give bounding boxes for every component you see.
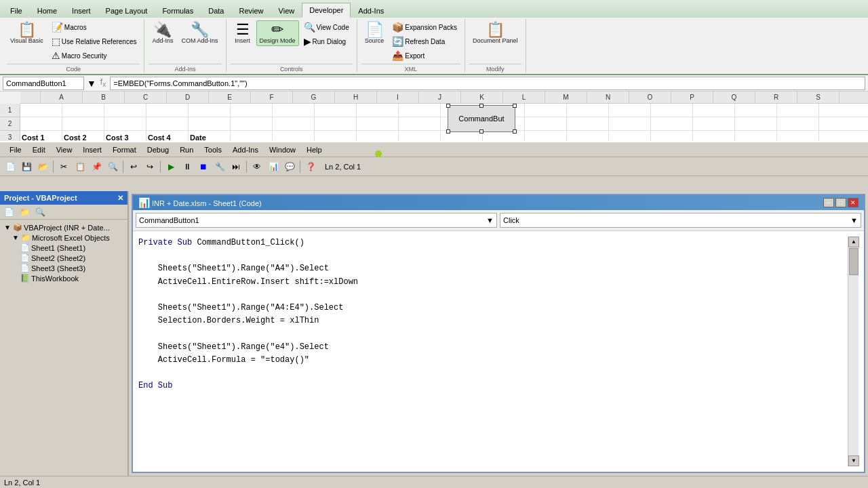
relative-refs-button[interactable]: ⬚ Use Relative References (48, 35, 140, 48)
cell-f1[interactable] (231, 104, 273, 117)
macros-button[interactable]: 📝 Macros (48, 20, 140, 34)
cell-j1[interactable] (399, 104, 441, 117)
cell-q1[interactable] (693, 104, 735, 117)
tab-page-layout[interactable]: Page Layout (98, 3, 155, 18)
cell-p1[interactable] (651, 104, 693, 117)
col-header-g[interactable]: G (293, 92, 335, 103)
vba-tool-copy[interactable]: 📋 (73, 159, 87, 174)
object-selector[interactable]: CommandButton1 ▼ (136, 213, 497, 228)
cell-d1[interactable] (146, 104, 189, 117)
refresh-data-button[interactable]: 🔄 Refresh Data (389, 35, 460, 48)
col-header-i[interactable]: I (377, 92, 419, 103)
cell-p2[interactable] (651, 117, 693, 130)
col-header-n[interactable]: N (587, 92, 629, 103)
cell-d2[interactable] (146, 117, 189, 130)
vba-tool-save[interactable]: 💾 (19, 159, 34, 174)
scrollbar-up[interactable]: ▲ (848, 237, 859, 247)
cell-h1[interactable] (315, 104, 357, 117)
cell-a2[interactable] (20, 117, 62, 130)
macro-security-button[interactable]: ⚠ Macro Security (48, 49, 140, 62)
col-header-c[interactable]: C (125, 92, 167, 103)
cell-c2[interactable] (104, 117, 146, 130)
tab-insert[interactable]: Insert (64, 3, 98, 18)
vba-tool-run[interactable]: ▶ (163, 159, 178, 174)
expansion-packs-button[interactable]: 📦 Expansion Packs (389, 20, 460, 34)
cell-g1[interactable] (273, 104, 315, 117)
vba-tool-undo[interactable]: ↩ (126, 159, 141, 174)
project-tool-3[interactable]: 🔍 (33, 205, 47, 220)
col-header-j[interactable]: J (419, 92, 461, 103)
vba-tool-locals[interactable]: 📊 (266, 159, 281, 174)
vba-menu-file[interactable]: File (4, 144, 27, 155)
col-header-d[interactable]: D (167, 92, 209, 103)
col-header-s[interactable]: S (797, 92, 840, 103)
tab-formulas[interactable]: Formulas (155, 3, 201, 18)
cell-q2[interactable] (693, 117, 735, 130)
source-button[interactable]: 📄 Source (361, 20, 388, 46)
col-header-f[interactable]: F (251, 92, 293, 103)
cell-m2[interactable] (525, 117, 567, 130)
visual-basic-button[interactable]: 📋 Visual Basic (7, 20, 47, 46)
design-mode-button[interactable]: ✏ Design Mode (256, 20, 299, 46)
expand-formula-icon[interactable]: ▼ (87, 78, 96, 89)
code-window-close[interactable]: ✕ (848, 198, 859, 207)
tab-developer[interactable]: Developer (302, 3, 351, 18)
scrollbar-track[interactable] (848, 247, 859, 455)
tree-thisworkbook[interactable]: 📗 ThisWorkbook (19, 273, 125, 283)
col-header-e[interactable]: E (209, 92, 251, 103)
vba-menu-help[interactable]: Help (301, 144, 328, 155)
command-button-control[interactable]: CommandBut (448, 105, 515, 132)
cell-h2[interactable] (315, 117, 357, 130)
col-header-h[interactable]: H (335, 92, 377, 103)
run-dialog-button[interactable]: ▶ Run Dialog (300, 35, 353, 48)
cell-o1[interactable] (609, 104, 651, 117)
com-add-ins-button[interactable]: 🔧 COM Add-Ins (178, 20, 222, 46)
vba-menu-run[interactable]: Run (174, 144, 199, 155)
vba-menu-addins[interactable]: Add-Ins (227, 144, 264, 155)
cell-n1[interactable] (567, 104, 609, 117)
tab-home[interactable]: Home (30, 3, 64, 18)
cell-r2[interactable] (735, 117, 777, 130)
col-header-r[interactable]: R (755, 92, 797, 103)
code-content[interactable]: Private Sub CommandButton1_Click() Sheet… (133, 231, 864, 472)
tab-view[interactable]: View (271, 3, 302, 18)
scrollbar-down[interactable]: ▼ (848, 455, 859, 466)
tree-sheet1[interactable]: 📄 Sheet1 (Sheet1) (19, 243, 125, 253)
cell-j2[interactable] (399, 117, 441, 130)
tab-addins[interactable]: Add-Ins (351, 3, 391, 18)
cell-i2[interactable] (357, 117, 399, 130)
cell-e1[interactable] (189, 104, 231, 117)
tree-vbaproject[interactable]: ▼ 📦 VBAProject (INR + Date... (3, 222, 125, 232)
scrollbar-thumb[interactable] (849, 248, 859, 275)
procedure-selector[interactable]: Click ▼ (500, 213, 861, 228)
row-header-2[interactable]: 2 (0, 117, 20, 131)
vba-tool-find[interactable]: 🔍 (105, 159, 120, 174)
tree-sheet2[interactable]: 📄 Sheet2 (Sheet2) (19, 253, 125, 263)
vba-menu-view[interactable]: View (51, 144, 78, 155)
vba-tool-design[interactable]: 🔧 (212, 159, 227, 174)
project-tool-1[interactable]: 📄 (1, 205, 16, 220)
vba-menu-edit[interactable]: Edit (27, 144, 51, 155)
tab-review[interactable]: Review (231, 3, 271, 18)
cell-m1[interactable] (525, 104, 567, 117)
insert-control-button[interactable]: ☰ Insert (231, 20, 255, 46)
cell-i1[interactable] (357, 104, 399, 117)
cell-e2[interactable] (189, 117, 231, 130)
col-header-p[interactable]: P (671, 92, 713, 103)
tab-file[interactable]: File (3, 3, 30, 18)
vba-tool-immediate[interactable]: 💬 (282, 159, 297, 174)
cell-r1[interactable] (735, 104, 777, 117)
view-code-button[interactable]: 🔍 View Code (300, 20, 353, 34)
code-scrollbar[interactable]: ▲ ▼ (848, 237, 859, 466)
vba-tool-stop[interactable]: ⏹ (196, 159, 211, 174)
cell-b1[interactable] (62, 104, 104, 117)
vba-tool-open[interactable]: 📂 (35, 159, 50, 174)
col-header-b[interactable]: B (83, 92, 125, 103)
cell-o2[interactable] (609, 117, 651, 130)
col-header-q[interactable]: Q (713, 92, 755, 103)
cell-b2[interactable] (62, 117, 104, 130)
cell-g2[interactable] (273, 117, 315, 130)
row-header-1[interactable]: 1 (0, 104, 20, 117)
cell-c1[interactable] (104, 104, 146, 117)
code-window-maximize[interactable]: □ (835, 198, 846, 207)
